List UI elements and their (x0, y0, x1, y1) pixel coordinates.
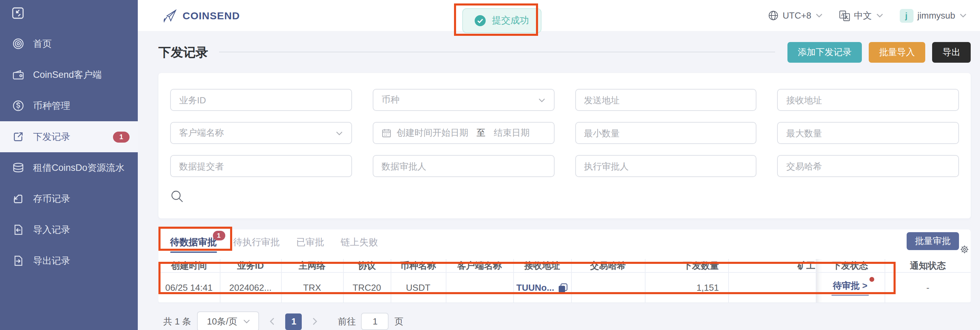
receive-address-input[interactable] (778, 89, 959, 111)
add-record-button[interactable]: 添加下发记录 (788, 42, 862, 62)
chevron-down-icon (538, 97, 545, 102)
batch-approve-button[interactable]: 批量审批 (907, 232, 959, 250)
total-count: 共 1 条 (163, 315, 191, 328)
sidebar-item-coin-manage[interactable]: 币种管理 (0, 90, 138, 121)
calendar-icon (382, 128, 391, 138)
language-value: 中文 (854, 9, 872, 22)
send-record-icon (12, 131, 24, 143)
import-icon (12, 223, 24, 236)
client-name-select[interactable]: 客户端名称 (170, 122, 352, 144)
col-tx-hash: 交易哈希 (571, 259, 645, 273)
status-text: 待审批 > (833, 281, 867, 291)
filter-grid: 币种 客户端名称 (170, 89, 959, 177)
coin-select-placeholder: 币种 (382, 94, 399, 106)
sidebar-item-coinsend-client[interactable]: CoinSend客户端 (0, 59, 138, 90)
tx-hash-input[interactable] (778, 155, 959, 177)
page-number-button[interactable]: 1 (286, 313, 302, 330)
topbar: COINSEND UTC+8 (138, 0, 980, 31)
status-unread-dot (869, 277, 874, 282)
app-root: 首页 CoinSend客户端 (0, 0, 980, 330)
sidebar-item-label: 导入记录 (33, 223, 70, 236)
check-circle-icon (475, 15, 486, 26)
send-address-input[interactable] (575, 89, 757, 111)
avatar: j (899, 9, 913, 22)
table-row[interactable]: 06/25 14:41 2024062... TRX TRC20 USDT TU… (159, 273, 971, 303)
col-coin-name: 币种名称 (391, 259, 446, 273)
sidebar-item-import-records[interactable]: 导入记录 (0, 214, 138, 245)
records-table: 创建时间 业务ID 主网络 协议 币种名称 客户端名称 接收地址 交易哈希 下发… (159, 259, 971, 303)
goto-label: 前往 (338, 315, 356, 328)
sidebar-item-resource-flow[interactable]: 租借CoinsDo资源流水 (0, 152, 138, 183)
date-range-picker[interactable]: 创建时间开始日期 至 结束日期 (373, 122, 555, 144)
cell-biz-id: 2024062... (220, 273, 281, 303)
cell-coin-name: USDT (391, 273, 446, 303)
gear-icon[interactable] (960, 245, 969, 254)
svg-text:A: A (841, 11, 844, 17)
wallet-icon (12, 69, 24, 81)
min-amount-input[interactable] (575, 122, 757, 144)
data-submitter-input[interactable] (170, 155, 352, 177)
brand-logo[interactable]: COINSEND (162, 9, 240, 22)
data-approver-input[interactable] (373, 155, 555, 177)
chevron-down-icon (815, 13, 822, 18)
coin-select[interactable]: 币种 (373, 89, 555, 111)
status-link[interactable]: 待审批 > (832, 280, 869, 295)
col-protocol: 协议 (343, 259, 391, 273)
paper-plane-icon (162, 9, 177, 22)
tab-label: 已审批 (296, 237, 324, 247)
sidebar-item-send-records[interactable]: 下发记录 1 (0, 121, 138, 152)
col-amount: 下发数量 (645, 259, 728, 273)
chevron-down-icon (959, 13, 966, 18)
sidebar-item-export-records[interactable]: 导出记录 (0, 245, 138, 276)
deposit-icon (12, 193, 24, 205)
next-page-button[interactable] (308, 313, 322, 330)
tab-pending-exec-approval[interactable]: 待执行审批 (233, 236, 280, 253)
sidebar: 首页 CoinSend客户端 (0, 0, 138, 330)
biz-id-input[interactable] (170, 89, 352, 111)
tab-approved[interactable]: 已审批 (296, 236, 324, 253)
sidebar-item-home[interactable]: 首页 (0, 28, 138, 59)
page-size-select[interactable]: 10条/页 (197, 311, 259, 330)
sidebar-item-label: 下发记录 (33, 131, 70, 143)
pagination: 共 1 条 10条/页 1 前往 页 (163, 311, 971, 330)
export-icon (12, 255, 24, 267)
max-amount-input[interactable] (778, 122, 959, 144)
tab-pending-data-approval[interactable]: 待数据审批 1 (170, 236, 217, 253)
sidebar-item-label: 币种管理 (33, 100, 70, 112)
cell-status: 待审批 > (816, 273, 885, 303)
batch-import-button[interactable]: 批量导入 (869, 42, 925, 62)
col-biz-id: 业务ID (220, 259, 281, 273)
cell-receive-address: TUUNo... (513, 273, 571, 303)
cell-network: TRX (281, 273, 343, 303)
cell-amount: 1,151 (645, 273, 728, 303)
main-area: COINSEND UTC+8 (138, 0, 980, 330)
col-client-name: 客户端名称 (446, 259, 513, 273)
sidebar-item-label: 首页 (33, 38, 52, 50)
user-menu[interactable]: j jimmysub (899, 9, 966, 22)
language-selector[interactable]: A 中文 (839, 9, 883, 22)
tab-chain-failed[interactable]: 链上失败 (340, 236, 378, 253)
prev-page-button[interactable] (266, 313, 279, 330)
date-start-placeholder: 创建时间开始日期 (397, 127, 468, 139)
topbar-controls: UTC+8 A 中文 (768, 9, 966, 22)
exec-approver-input[interactable] (575, 155, 757, 177)
username: jimmysub (917, 10, 955, 21)
collapse-icon (12, 7, 24, 19)
title-divider (219, 52, 775, 53)
timezone-selector[interactable]: UTC+8 (768, 10, 822, 21)
sidebar-collapse-button[interactable] (0, 0, 138, 26)
sidebar-item-deposit-records[interactable]: 存币记录 (0, 183, 138, 214)
search-icon[interactable] (170, 190, 184, 203)
copy-icon[interactable] (558, 283, 568, 292)
cell-created-at: 06/25 14:41 (159, 273, 220, 303)
date-end-placeholder: 结束日期 (494, 127, 530, 139)
col-created-at: 创建时间 (159, 259, 220, 273)
export-button[interactable]: 导出 (932, 42, 971, 62)
page-actions: 添加下发记录 批量导入 导出 (788, 42, 971, 62)
goto-page-input[interactable] (361, 313, 389, 330)
receive-address-link[interactable]: TUUNo... (516, 282, 568, 293)
receive-address-text: TUUNo... (516, 282, 554, 293)
cell-miner-fee (728, 273, 816, 303)
goto-page: 前往 页 (338, 313, 403, 330)
timezone-value: UTC+8 (783, 10, 811, 21)
